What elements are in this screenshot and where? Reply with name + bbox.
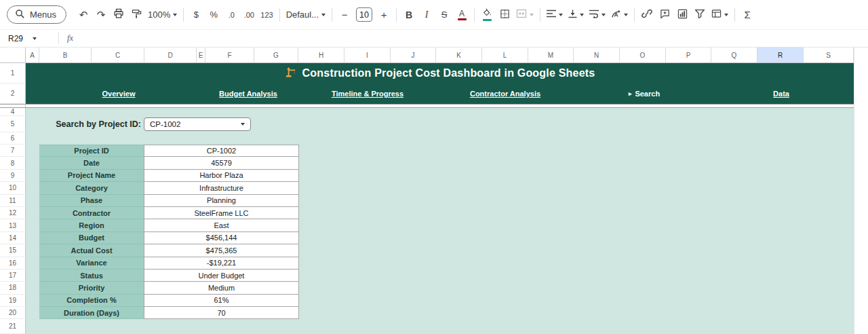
column-header-H[interactable]: H [298,48,344,63]
row-header-19[interactable]: 19 [0,295,26,307]
field-label-cell[interactable]: Completion % [39,295,144,307]
field-label-cell[interactable]: Contractor [39,207,144,219]
row-header-8[interactable]: 8 [0,157,26,169]
undo-button[interactable]: ↶ [75,5,92,24]
row-header-12[interactable]: 12 [0,207,26,219]
format-currency-button[interactable]: $ [187,5,205,24]
row-header-21[interactable]: 21 [0,319,26,333]
text-rotation-button[interactable] [608,5,631,24]
field-value-cell[interactable]: SteelFrame LLC [144,207,299,219]
field-label-cell[interactable]: Variance [39,257,144,270]
row-header-10[interactable]: 10 [0,182,26,194]
borders-button[interactable] [496,5,513,24]
column-header-C[interactable]: C [92,48,144,63]
insert-chart-button[interactable] [673,5,691,24]
project-id-dropdown[interactable]: CP-1002 [144,117,251,131]
insert-link-button[interactable] [638,5,656,24]
column-header-A[interactable]: A [26,48,39,63]
row-header-17[interactable]: 17 [0,270,26,282]
field-value-cell[interactable]: Under Budget [144,270,299,282]
column-header-L[interactable]: L [482,48,528,63]
row-header-4[interactable]: 4 [0,108,26,116]
field-label-cell[interactable]: Budget [39,232,144,244]
increase-font-size-button[interactable]: + [375,5,393,24]
nav-link-search[interactable]: ▸Search [629,90,660,98]
nav-link-timeline-progress[interactable]: Timeline & Progress [332,90,403,98]
menus-button[interactable]: Menus [7,5,66,24]
insert-comment-button[interactable] [656,5,673,24]
row-21-cells[interactable] [26,319,854,333]
column-header-O[interactable]: O [620,48,666,63]
column-header-M[interactable]: M [528,48,574,63]
field-label-cell[interactable]: Date [39,157,144,169]
row-header-18[interactable]: 18 [0,282,26,294]
nav-link-data[interactable]: Data [773,90,789,98]
horizontal-align-button[interactable] [544,5,566,24]
create-filter-button[interactable] [691,5,709,24]
column-header-D[interactable]: D [144,48,197,63]
column-header-N[interactable]: N [574,48,620,63]
vertical-scrollbar[interactable] [854,48,868,334]
row-header-16[interactable]: 16 [0,257,26,270]
field-value-cell[interactable]: Planning [144,195,299,207]
column-header-K[interactable]: K [436,48,482,63]
row-header-6[interactable]: 6 [0,132,26,145]
decrease-decimal-button[interactable]: .0 [222,5,240,24]
column-header-F[interactable]: F [205,48,254,63]
row-header-2[interactable]: 2 [0,84,26,104]
field-value-cell[interactable]: Medium [144,282,299,294]
redo-button[interactable]: ↷ [92,5,110,24]
column-header-Q[interactable]: Q [711,48,757,63]
column-header-E[interactable]: E [197,48,205,63]
text-color-button[interactable]: A [453,5,471,24]
select-all-corner[interactable] [0,48,26,63]
strikethrough-button[interactable]: S [435,5,453,24]
field-label-cell[interactable]: Project ID [39,145,144,157]
field-label-cell[interactable]: Priority [39,282,144,294]
row-header-14[interactable]: 14 [0,232,26,244]
merge-cells-button[interactable] [513,5,536,24]
field-value-cell[interactable]: -$19,221 [144,257,299,270]
field-value-cell[interactable]: 45579 [144,157,299,169]
column-header-I[interactable]: I [344,48,391,63]
paint-format-button[interactable] [127,5,145,24]
print-button[interactable] [110,5,127,24]
row-6-cells[interactable] [26,132,854,145]
field-label-cell[interactable]: Phase [39,195,144,207]
field-value-cell[interactable]: $475,365 [144,244,299,257]
field-value-cell[interactable]: Harbor Plaza [144,170,299,182]
field-value-cell[interactable]: CP-1002 [144,145,299,157]
field-value-cell[interactable]: 70 [144,307,299,319]
bold-button[interactable]: B [400,5,418,24]
row-4-cells[interactable] [26,108,854,116]
nav-link-contractor-analysis[interactable]: Contractor Analysis [470,90,540,98]
field-label-cell[interactable]: Region [39,219,144,231]
row-header-20[interactable]: 20 [0,307,26,319]
column-header-S[interactable]: S [804,48,854,63]
row-header-5[interactable]: 5 [0,116,26,132]
column-header-J[interactable]: J [391,48,436,63]
field-label-cell[interactable]: Status [39,270,144,282]
decrease-font-size-button[interactable]: − [336,5,353,24]
row-header-9[interactable]: 9 [0,170,26,182]
table-views-button[interactable] [709,5,731,24]
functions-button[interactable]: Σ [738,5,756,24]
field-label-cell[interactable]: Category [39,182,144,194]
formula-input[interactable] [73,30,868,47]
field-value-cell[interactable]: $456,144 [144,232,299,244]
name-box[interactable]: R29 [0,34,58,43]
field-label-cell[interactable]: Actual Cost [39,244,144,257]
font-size-input[interactable]: 10 [356,7,372,22]
vertical-align-button[interactable] [566,5,587,24]
zoom-select[interactable]: 100% [145,5,180,24]
more-formats-button[interactable]: 123 [258,5,275,24]
nav-link-budget-analysis[interactable]: Budget Analysis [219,90,277,98]
row-header-13[interactable]: 13 [0,219,26,231]
field-value-cell[interactable]: East [144,219,299,231]
nav-link-overview[interactable]: Overview [102,90,136,98]
fill-color-button[interactable] [478,5,496,24]
row-header-11[interactable]: 11 [0,195,26,207]
row-header-15[interactable]: 15 [0,244,26,257]
field-value-cell[interactable]: Infrastructure [144,182,299,194]
column-header-R[interactable]: R [757,48,804,63]
